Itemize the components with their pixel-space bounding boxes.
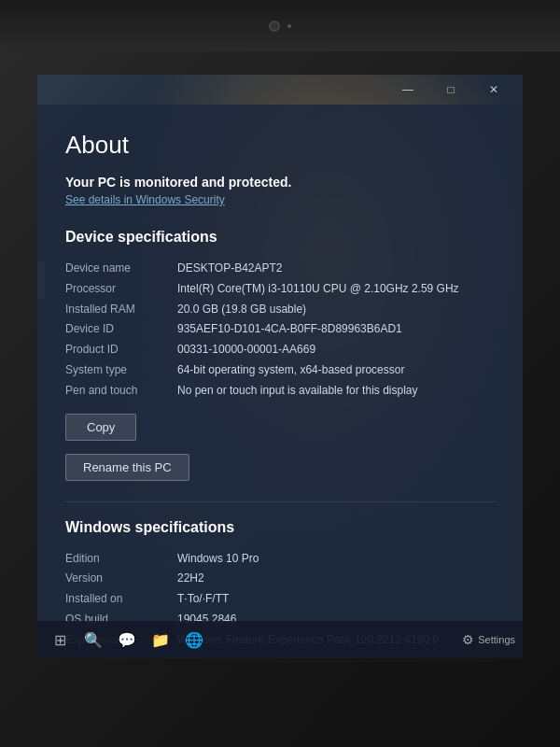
window-chrome: — □ ✕	[37, 75, 523, 105]
spec-label: Device ID	[65, 321, 177, 337]
spec-value: 00331-10000-00001-AA669	[177, 342, 495, 358]
see-details-link[interactable]: See details in Windows Security	[65, 193, 495, 206]
spec-value: 64-bit operating system, x64-based proce…	[177, 362, 495, 378]
webcam-bar	[0, 0, 560, 51]
spec-row: System type 64-bit operating system, x64…	[65, 362, 495, 378]
rename-pc-button[interactable]: Rename this PC	[65, 454, 189, 481]
win-spec-label: Version	[65, 571, 177, 586]
taskbar: ⊞ 🔍 💬 📁 🌐 ⚙ Settings	[37, 621, 523, 658]
spec-label: Pen and touch	[65, 383, 177, 399]
webcam-indicator	[287, 24, 291, 28]
webcam-dot	[269, 21, 280, 32]
device-section-title: Device specifications	[65, 229, 495, 246]
device-specs-table: Device name DESKTOP-B42APT2 Processor In…	[65, 261, 495, 399]
spec-row: Processor Intel(R) Core(TM) i3-10110U CP…	[65, 281, 495, 297]
protection-text: Your PC is monitored and protected.	[65, 175, 495, 190]
settings-gear-icon: ⚙	[462, 632, 474, 647]
spec-row: Product ID 00331-10000-00001-AA669	[65, 342, 495, 358]
spec-label: Device name	[65, 261, 177, 276]
win-spec-row: Edition Windows 10 Pro	[65, 551, 495, 567]
win-spec-value: T·To/·F/TT	[177, 591, 495, 607]
settings-panel: About Your PC is monitored and protected…	[37, 105, 523, 658]
close-button[interactable]: ✕	[472, 75, 515, 105]
win-spec-label: Edition	[65, 551, 177, 567]
section-divider	[65, 501, 495, 502]
screen-background: — □ ✕ About Your PC is monitored and pro…	[37, 75, 523, 658]
win-spec-row: Version 22H2	[65, 571, 495, 586]
screen-area: — □ ✕ About Your PC is monitored and pro…	[37, 75, 523, 710]
copy-device-specs-button[interactable]: Copy	[65, 414, 136, 441]
spec-row: Device name DESKTOP-B42APT2	[65, 261, 495, 276]
spec-value: No pen or touch input is available for t…	[177, 383, 495, 399]
spec-label: Installed RAM	[65, 302, 177, 317]
taskbar-explorer-icon[interactable]: 📁	[146, 625, 175, 655]
spec-label: Processor	[65, 281, 177, 297]
win-spec-row: Installed on T·To/·F/TT	[65, 591, 495, 607]
spec-row: Pen and touch No pen or touch input is a…	[65, 383, 495, 399]
taskbar-settings-label: Settings	[478, 634, 515, 645]
page-title: About	[65, 131, 495, 160]
spec-label: System type	[65, 362, 177, 378]
spec-value: 20.0 GB (19.8 GB usable)	[177, 302, 495, 317]
maximize-button[interactable]: □	[429, 75, 472, 105]
taskbar-search-icon[interactable]: 🔍	[78, 625, 108, 655]
taskbar-chat-icon[interactable]: 💬	[112, 625, 142, 655]
spec-value: DESKTOP-B42APT2	[177, 261, 495, 276]
laptop-frame: — □ ✕ About Your PC is monitored and pro…	[0, 0, 560, 747]
spec-row: Device ID 935AEF10-D101-4CA-B0FF-8D89963…	[65, 321, 495, 337]
spec-value: 935AEF10-D101-4CA-B0FF-8D89963B6AD1	[177, 321, 495, 337]
taskbar-settings[interactable]: ⚙ Settings	[462, 632, 515, 647]
taskbar-browser-icon[interactable]: 🌐	[179, 625, 209, 655]
spec-label: Product ID	[65, 342, 177, 358]
minimize-button[interactable]: —	[386, 75, 429, 105]
spec-value: Intel(R) Core(TM) i3-10110U CPU @ 2.10GH…	[177, 281, 495, 297]
taskbar-start-icon[interactable]: ⊞	[45, 625, 75, 655]
windows-section-title: Windows specifications	[65, 519, 495, 536]
win-spec-value: Windows 10 Pro	[177, 551, 495, 567]
win-spec-value: 22H2	[177, 571, 495, 586]
spec-row: Installed RAM 20.0 GB (19.8 GB usable)	[65, 302, 495, 317]
win-spec-label: Installed on	[65, 591, 177, 607]
